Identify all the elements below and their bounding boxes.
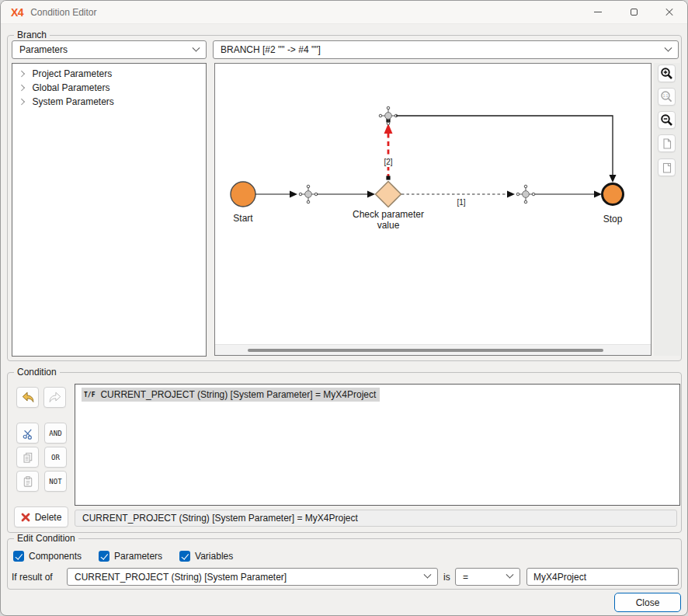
branch-select[interactable]: BRANCH [#2 "" -> #4 ""] — [213, 40, 679, 59]
tree-item-project-parameters[interactable]: Project Parameters — [12, 67, 206, 81]
edge-connector[interactable] — [516, 185, 535, 204]
operator-select[interactable]: = — [455, 568, 520, 586]
delete-x-icon — [21, 513, 30, 522]
delete-button[interactable]: Delete — [14, 506, 68, 527]
edge-label-1: [1] — [457, 198, 465, 207]
workflow-canvas[interactable]: [2] [1] — [214, 63, 652, 356]
variables-label: Variables — [195, 551, 233, 562]
decision-node-label-line2: value — [377, 220, 400, 231]
tree-item-global-parameters[interactable]: Global Parameters — [12, 81, 206, 95]
titlebar: X4 Condition Editor — [1, 1, 687, 24]
chevron-right-icon — [19, 85, 25, 91]
and-button[interactable]: AND — [44, 423, 67, 444]
close-button[interactable]: Close — [614, 593, 681, 612]
parameters-tree[interactable]: Project Parameters Global Parameters Sys… — [12, 63, 207, 357]
maximize-icon — [631, 9, 638, 16]
compare-value-input[interactable] — [526, 568, 679, 586]
x4-logo: X4 — [11, 6, 23, 19]
branch-type-value: Parameters — [19, 44, 68, 55]
start-node-label: Start — [233, 213, 253, 224]
decision-node[interactable] — [376, 182, 401, 207]
redo-icon — [48, 392, 62, 403]
parameters-label: Parameters — [114, 551, 162, 562]
edge-connector[interactable] — [299, 185, 318, 204]
chevron-right-icon — [19, 99, 25, 105]
condition-group-label: Condition — [14, 367, 60, 378]
condition-editor-window: X4 Condition Editor Branch Parameters Pr… — [0, 0, 688, 616]
condition-expression-field: CURRENT_PROJECT (String) [System Paramet… — [75, 510, 677, 527]
is-label: is — [443, 572, 450, 583]
not-button[interactable]: NOT — [44, 471, 67, 492]
components-checkbox[interactable]: Components — [13, 551, 82, 562]
copy-button[interactable] — [16, 447, 39, 468]
close-icon — [665, 8, 674, 17]
start-node[interactable] — [231, 182, 255, 207]
zoom-out-icon — [660, 113, 673, 127]
chevron-right-icon — [19, 71, 25, 77]
maximize-button[interactable] — [616, 1, 652, 23]
chevron-down-icon — [506, 571, 514, 579]
branch-select-value: BRANCH [#2 "" -> #4 ""] — [221, 44, 321, 55]
edge-label-2: [2] — [384, 158, 392, 166]
undo-button[interactable] — [16, 387, 39, 408]
zoom-100-button[interactable]: 1:1 — [658, 88, 676, 106]
or-label: OR — [51, 454, 60, 461]
condition-item-text: CURRENT_PROJECT (String) [System Paramet… — [100, 389, 376, 400]
paste-button[interactable] — [16, 471, 39, 492]
edge-connector[interactable] — [379, 106, 398, 125]
workflow-diagram: [2] [1] — [215, 64, 651, 343]
stop-node-label: Stop — [603, 214, 623, 224]
fit-page-button[interactable] — [658, 134, 676, 152]
canvas-horizontal-scrollbar[interactable] — [215, 344, 651, 355]
minimize-icon — [594, 12, 602, 12]
result-of-select[interactable]: CURRENT_PROJECT (String) [System Paramet… — [67, 568, 438, 586]
tree-item-system-parameters[interactable]: System Parameters — [12, 95, 206, 109]
components-label: Components — [29, 551, 82, 562]
tree-item-label: System Parameters — [33, 96, 114, 107]
fit-width-button[interactable] — [658, 158, 676, 176]
scrollbar-thumb[interactable] — [248, 349, 603, 352]
checkbox-checked-icon — [179, 551, 190, 562]
or-button[interactable]: OR — [44, 447, 67, 468]
cut-icon — [22, 427, 34, 440]
edit-condition-group-label: Edit Condition — [14, 533, 78, 544]
zoom-out-button[interactable] — [658, 111, 676, 129]
chevron-down-icon — [665, 44, 672, 51]
chevron-down-icon — [193, 44, 200, 51]
zoom-in-button[interactable] — [658, 64, 676, 82]
tree-item-label: Project Parameters — [33, 68, 113, 79]
variables-checkbox[interactable]: Variables — [179, 551, 233, 562]
true-false-icon: T/F — [84, 392, 95, 398]
canvas-toolbar — [654, 63, 680, 356]
zoom-in-icon — [660, 67, 673, 80]
copy-icon — [22, 451, 34, 464]
stop-node[interactable] — [603, 184, 624, 205]
page-outline-icon — [661, 162, 673, 174]
paste-icon — [22, 475, 34, 488]
minimize-button[interactable] — [580, 1, 616, 23]
result-of-value: CURRENT_PROJECT (String) [System Paramet… — [75, 572, 287, 583]
condition-list[interactable]: T/F CURRENT_PROJECT (String) [System Par… — [75, 384, 680, 506]
parameters-checkbox[interactable]: Parameters — [99, 551, 162, 562]
not-label: NOT — [49, 478, 61, 485]
checkbox-checked-icon — [99, 551, 109, 562]
if-result-of-label: If result of — [12, 572, 53, 583]
undo-icon — [21, 392, 35, 403]
delete-label: Delete — [35, 512, 62, 523]
condition-list-item-selected[interactable]: T/F CURRENT_PROJECT (String) [System Par… — [82, 388, 380, 402]
chevron-down-icon — [424, 571, 432, 579]
branch-type-select[interactable]: Parameters — [12, 40, 207, 59]
selected-edge-branch2[interactable]: [2] — [380, 118, 396, 179]
branch-group-label: Branch — [14, 30, 50, 40]
close-window-button[interactable] — [652, 1, 687, 23]
zoom-100-icon: 1:1 — [660, 90, 673, 103]
decision-node-label-line1: Check parameter — [353, 209, 424, 220]
cut-button[interactable] — [16, 423, 39, 444]
checkbox-checked-icon — [13, 551, 24, 562]
and-label: AND — [49, 430, 61, 437]
tree-item-label: Global Parameters — [33, 82, 110, 93]
page-icon — [661, 137, 673, 150]
operator-value: = — [463, 572, 468, 583]
redo-button[interactable] — [43, 387, 66, 408]
filter-checkbox-row: Components Parameters Variables — [13, 551, 233, 562]
